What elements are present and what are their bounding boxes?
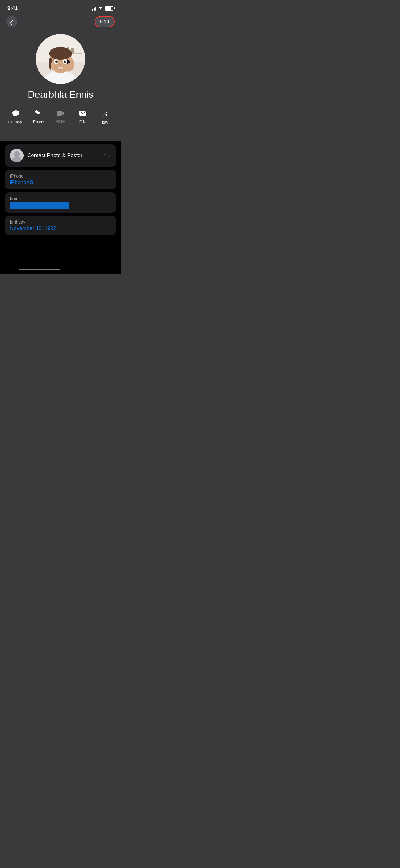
video-button[interactable]: video — [51, 106, 70, 128]
wifi-icon — [98, 6, 103, 10]
mail-icon — [79, 110, 86, 117]
home-row[interactable]: home — [5, 192, 116, 213]
birthday-field-label: birthday — [10, 219, 111, 224]
status-time: 9:41 — [7, 5, 18, 11]
iphone-row[interactable]: iPhone iPhoneXS — [5, 170, 116, 189]
contact-photo-label: Contact Photo & Poster — [27, 152, 82, 159]
pay-label: pay — [102, 120, 108, 124]
iphone-field-value: iPhoneXS — [10, 180, 111, 186]
message-button[interactable]: message — [6, 106, 26, 128]
svg-point-19 — [67, 63, 72, 67]
svg-rect-5 — [71, 48, 74, 53]
nav-bar: Edit — [0, 15, 121, 31]
battery-icon — [105, 6, 113, 10]
iphone-field-label: iPhone — [10, 174, 111, 179]
contact-name: Dearbhla Ennis — [28, 89, 93, 100]
birthday-row[interactable]: birthday November 13, 1982 — [5, 216, 116, 235]
battery-fill — [105, 7, 111, 10]
mail-label: mail — [79, 119, 86, 124]
avatar-image — [36, 34, 85, 84]
svg-point-16 — [59, 64, 62, 65]
status-bar: 9:41 — [0, 0, 121, 15]
profile-section: Dearbhla Ennis message iPhone — [0, 31, 121, 134]
edit-button[interactable]: Edit — [95, 16, 115, 27]
iphone-info-card[interactable]: iPhone iPhoneXS — [5, 170, 116, 189]
mail-button[interactable]: mail — [73, 106, 92, 128]
svg-rect-17 — [58, 67, 63, 69]
signal-icon — [91, 6, 96, 10]
contact-photo-thumbnail — [10, 149, 24, 162]
svg-point-21 — [14, 151, 20, 157]
back-chevron-icon — [10, 20, 14, 25]
pay-icon: $ — [103, 110, 107, 118]
iphone-label: iPhone — [32, 120, 44, 124]
birthday-info-card[interactable]: birthday November 13, 1982 — [5, 216, 116, 235]
contact-photo-row[interactable]: Contact Photo & Poster ⌃⌄ — [5, 144, 116, 167]
expand-chevron-icon: ⌃⌄ — [104, 153, 111, 158]
home-info-card[interactable]: home — [5, 192, 116, 213]
back-button[interactable] — [6, 16, 18, 27]
pay-button[interactable]: $ pay — [96, 106, 115, 128]
status-icons — [91, 6, 113, 10]
home-field-label: home — [10, 196, 111, 201]
video-icon — [57, 110, 64, 117]
action-buttons: message iPhone video — [6, 106, 115, 128]
home-indicator — [19, 269, 61, 270]
message-label: message — [8, 120, 24, 124]
phone-icon — [35, 110, 41, 118]
contact-details-section: Contact Photo & Poster ⌃⌄ iPhone iPhoneX… — [0, 141, 121, 265]
svg-point-15 — [65, 61, 66, 62]
contact-photo-card[interactable]: Contact Photo & Poster ⌃⌄ — [5, 144, 116, 167]
video-label: video — [56, 119, 65, 124]
svg-point-14 — [57, 61, 58, 62]
contact-photo-left: Contact Photo & Poster — [10, 149, 82, 162]
message-icon — [12, 110, 19, 118]
birthday-field-value: November 13, 1982 — [10, 225, 111, 231]
iphone-call-button[interactable]: iPhone — [29, 106, 48, 128]
home-field-value-blurred — [10, 202, 69, 209]
avatar — [36, 34, 85, 84]
